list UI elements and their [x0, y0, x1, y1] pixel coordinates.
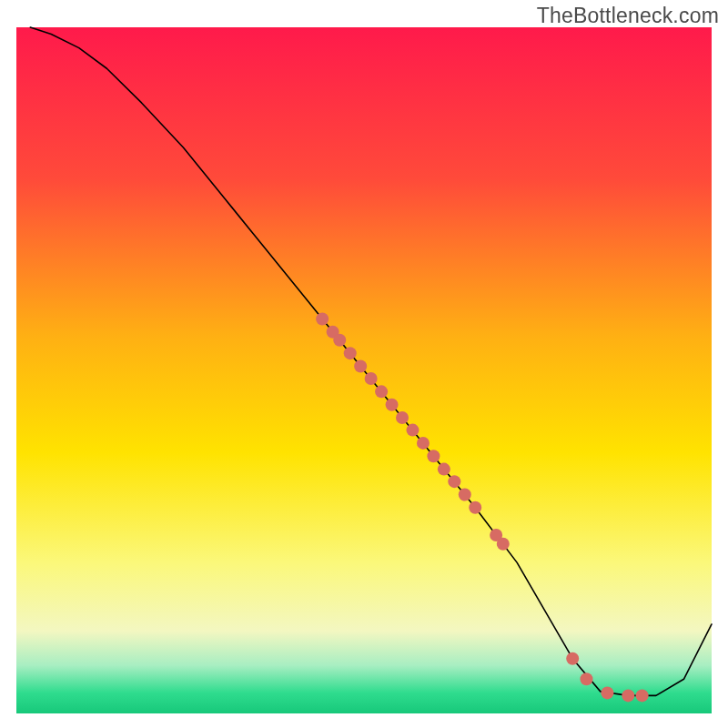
data-point [386, 399, 399, 411]
data-point [406, 424, 419, 437]
data-point [636, 689, 649, 702]
watermark-text: TheBottleneck.com [537, 4, 719, 28]
data-point [417, 437, 430, 450]
data-point [566, 652, 579, 665]
data-point [427, 450, 440, 462]
data-point [344, 347, 357, 359]
data-point [333, 334, 346, 347]
data-point [601, 686, 613, 699]
data-point [365, 372, 378, 385]
data-point [448, 475, 460, 488]
data-point [459, 488, 471, 500]
data-point [375, 385, 388, 398]
bottleneck-chart [0, 0, 728, 728]
data-point [316, 312, 329, 325]
data-point [354, 359, 367, 372]
data-point [438, 463, 450, 476]
data-point [580, 672, 592, 685]
data-point [622, 689, 634, 702]
data-point [396, 411, 409, 424]
data-point [469, 501, 481, 514]
data-point [497, 538, 510, 551]
chart-container: TheBottleneck.com [0, 0, 728, 728]
